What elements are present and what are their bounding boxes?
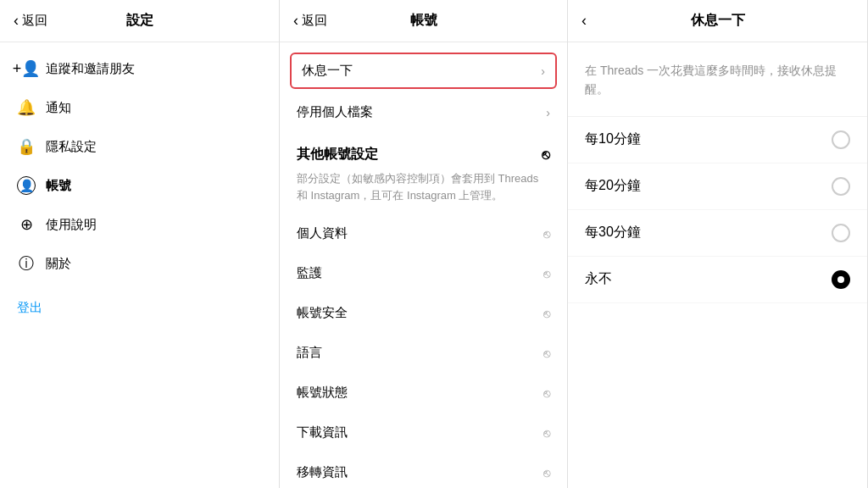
other-settings-header: 其他帳號設定 ⎋ — [280, 132, 567, 167]
mid-item-language-label: 語言 — [297, 345, 322, 361]
mid-header: ‹ 返回 帳號 — [280, 0, 567, 42]
option-10min-label: 每10分鐘 — [585, 130, 641, 148]
mid-panel: ‹ 返回 帳號 休息一下 › 停用個人檔案 › 其他帳號設定 ⎋ 部分設定（如敏… — [280, 0, 568, 488]
right-back-icon: ‹ — [581, 12, 587, 30]
left-back-button[interactable]: ‹ 返回 — [14, 12, 47, 30]
menu-item-account[interactable]: 👤 帳號 — [0, 166, 279, 205]
mid-item-security-label: 帳號安全 — [297, 305, 348, 321]
chevron-right-icon-2: › — [546, 106, 550, 119]
menu-item-about[interactable]: ⓘ 關於 — [0, 244, 279, 283]
left-header: ‹ 返回 設定 — [0, 0, 279, 42]
mid-menu: 休息一下 › 停用個人檔案 › 其他帳號設定 ⎋ 部分設定（如敏感內容控制項）會… — [280, 42, 567, 488]
option-30min[interactable]: 每30分鐘 — [568, 210, 867, 257]
other-settings-desc: 部分設定（如敏感內容控制項）會套用到 Threads 和 Instagram，且… — [280, 167, 567, 214]
option-30min-label: 每30分鐘 — [585, 224, 641, 241]
option-20min-label: 每20分鐘 — [585, 177, 641, 195]
menu-item-track-label: 追蹤和邀請朋友 — [46, 61, 135, 77]
mid-back-button[interactable]: ‹ 返回 — [293, 12, 327, 30]
logout-button[interactable]: 登出 — [0, 290, 279, 326]
left-back-icon: ‹ — [14, 12, 19, 30]
menu-item-about-label: 關於 — [46, 256, 71, 272]
account-icon: 👤 — [17, 176, 36, 195]
menu-item-notify[interactable]: 🔔 通知 — [0, 88, 279, 127]
option-20min[interactable]: 每20分鐘 — [568, 164, 867, 210]
option-never-label: 永不 — [585, 270, 612, 288]
track-icon: +👤 — [17, 59, 36, 78]
left-panel: ‹ 返回 設定 +👤 追蹤和邀請朋友 🔔 通知 🔒 隱私設定 👤 帳號 ⊕ 使用… — [0, 0, 280, 488]
right-desc: 在 Threads 一次花費這麼多時間時，接收休息提醒。 — [568, 49, 867, 117]
menu-item-help[interactable]: ⊕ 使用說明 — [0, 205, 279, 244]
right-back-button[interactable]: ‹ — [581, 12, 587, 30]
right-content: 在 Threads 一次花費這麼多時間時，接收休息提醒。 每10分鐘 每20分鐘… — [568, 42, 867, 488]
left-menu: +👤 追蹤和邀請朋友 🔔 通知 🔒 隱私設定 👤 帳號 ⊕ 使用說明 ⓘ 關於 … — [0, 42, 279, 488]
chevron-right-icon: › — [541, 64, 545, 78]
right-title: 休息一下 — [691, 12, 745, 30]
radio-10min[interactable] — [832, 130, 850, 149]
mid-item-disable-label: 停用個人檔案 — [297, 104, 373, 120]
ext-icon-supervision: ⎋ — [543, 267, 550, 280]
option-10min[interactable]: 每10分鐘 — [568, 117, 867, 164]
notify-icon: 🔔 — [17, 98, 36, 117]
menu-item-account-label: 帳號 — [46, 178, 71, 194]
about-icon: ⓘ — [17, 254, 36, 273]
mid-item-download-label: 下載資訊 — [297, 424, 348, 441]
right-panel: ‹ 休息一下 在 Threads 一次花費這麼多時間時，接收休息提醒。 每10分… — [568, 0, 868, 488]
left-title: 設定 — [126, 12, 153, 30]
ext-icon-status: ⎋ — [543, 386, 550, 400]
mid-item-supervision-label: 監護 — [297, 265, 322, 281]
mid-item-supervision[interactable]: 監護 ⎋ — [280, 253, 567, 293]
mid-back-icon: ‹ — [293, 12, 298, 30]
menu-item-privacy[interactable]: 🔒 隱私設定 — [0, 127, 279, 166]
mid-item-transfer-label: 移轉資訊 — [297, 464, 348, 480]
mid-item-status[interactable]: 帳號狀態 ⎋ — [280, 373, 567, 413]
mid-item-profile-label: 個人資料 — [297, 225, 348, 241]
mid-item-disable[interactable]: 停用個人檔案 › — [280, 92, 567, 132]
mid-item-rest-label: 休息一下 — [302, 63, 353, 79]
other-settings-title: 其他帳號設定 — [297, 146, 378, 164]
radio-30min[interactable] — [832, 224, 850, 242]
left-back-label: 返回 — [22, 13, 47, 29]
mid-item-security[interactable]: 帳號安全 ⎋ — [280, 293, 567, 333]
right-header: ‹ 休息一下 — [568, 0, 867, 42]
menu-item-help-label: 使用說明 — [46, 217, 97, 233]
mid-item-profile[interactable]: 個人資料 ⎋ — [280, 214, 567, 253]
ext-icon-profile: ⎋ — [543, 227, 550, 241]
menu-item-notify-label: 通知 — [46, 100, 71, 116]
logout-label: 登出 — [17, 300, 42, 316]
mid-item-language[interactable]: 語言 ⎋ — [280, 333, 567, 373]
mid-item-rest[interactable]: 休息一下 › — [290, 53, 557, 89]
option-never[interactable]: 永不 — [568, 257, 867, 303]
radio-20min[interactable] — [832, 177, 850, 196]
mid-item-transfer[interactable]: 移轉資訊 ⎋ — [280, 452, 567, 488]
menu-item-privacy-label: 隱私設定 — [46, 139, 97, 155]
menu-item-track[interactable]: +👤 追蹤和邀請朋友 — [0, 49, 279, 88]
ext-icon-security: ⎋ — [543, 307, 550, 320]
ext-icon-download: ⎋ — [543, 426, 550, 440]
mid-back-label: 返回 — [302, 13, 327, 29]
ext-icon-language: ⎋ — [543, 347, 550, 360]
ext-icon-transfer: ⎋ — [543, 466, 550, 480]
privacy-icon: 🔒 — [17, 137, 36, 156]
mid-title: 帳號 — [410, 12, 437, 30]
external-link-icon: ⎋ — [542, 147, 550, 163]
help-icon: ⊕ — [17, 215, 36, 234]
mid-item-download[interactable]: 下載資訊 ⎋ — [280, 413, 567, 452]
radio-never[interactable] — [832, 270, 850, 289]
mid-item-status-label: 帳號狀態 — [297, 385, 348, 401]
